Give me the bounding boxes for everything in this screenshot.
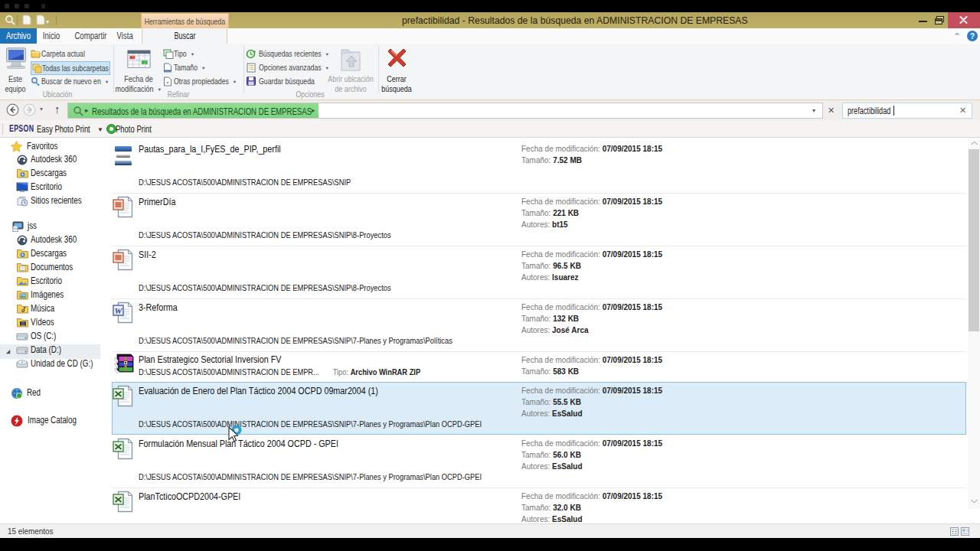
svg-text:W: W: [115, 306, 123, 315]
